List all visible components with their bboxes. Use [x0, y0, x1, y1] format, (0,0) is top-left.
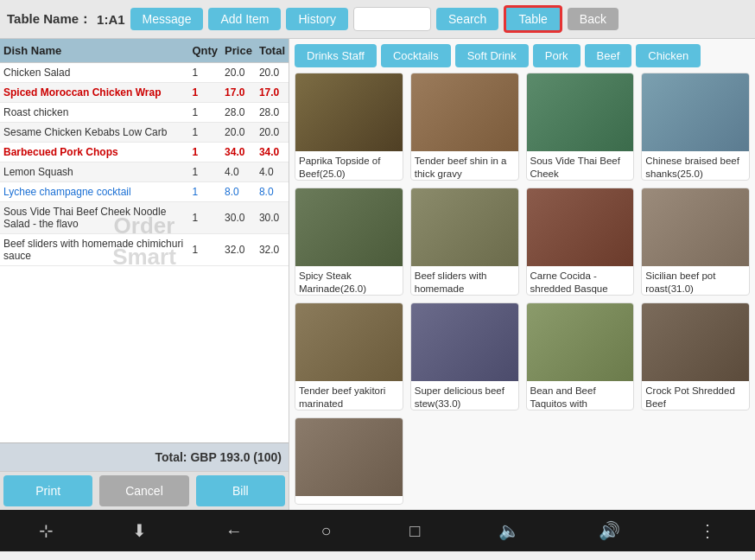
- food-image: [295, 73, 403, 151]
- nav-volume-up-icon[interactable]: 🔊: [599, 520, 620, 541]
- category-tab[interactable]: Drinks Staff: [295, 44, 377, 67]
- food-image: [295, 303, 403, 381]
- food-image: [295, 188, 403, 266]
- food-item[interactable]: Carne Cocida - shredded Basque: [526, 188, 635, 296]
- table-row[interactable]: Spiced Moroccan Chicken Wrap 1 17.0 17.0: [0, 83, 289, 103]
- cancel-button[interactable]: Cancel: [99, 475, 188, 506]
- dish-name-cell: Lemon Squash: [0, 162, 188, 182]
- qty-cell: 1: [188, 83, 221, 103]
- food-item[interactable]: Sous Vide Thai Beef Cheek: [526, 73, 635, 181]
- food-item[interactable]: Spicy Steak Marinade(26.0): [295, 188, 403, 296]
- price-cell: 8.0: [221, 182, 256, 202]
- food-image: [642, 73, 749, 151]
- col-qty: Qnty: [188, 39, 221, 63]
- food-label: Beef sliders with homemade: [411, 266, 518, 296]
- category-tab[interactable]: Chicken: [636, 44, 701, 67]
- nav-home-icon[interactable]: ○: [321, 521, 332, 541]
- food-item[interactable]: Paprika Topside of Beef(25.0): [295, 73, 403, 181]
- price-cell: 34.0: [221, 143, 256, 162]
- qty-cell: 1: [188, 143, 221, 162]
- category-tab[interactable]: Pork: [533, 44, 581, 67]
- food-image: [642, 303, 749, 381]
- food-label: Spicy Steak Marinade(26.0): [295, 266, 403, 296]
- qty-cell: 1: [188, 103, 221, 123]
- android-nav: ⊹ ⬇ ← ○ □ 🔈 🔊 ⋮: [0, 510, 755, 551]
- category-tab[interactable]: Beef: [585, 44, 632, 67]
- food-image: [527, 188, 634, 266]
- food-item[interactable]: Tender beef yakitori marinated: [295, 302, 403, 410]
- food-image: [411, 188, 518, 266]
- food-item[interactable]: Beef sliders with homemade: [410, 188, 519, 296]
- total-cell: 17.0: [256, 83, 289, 103]
- table-row[interactable]: Sesame Chicken Kebabs Low Carb 1 20.0 20…: [0, 123, 289, 143]
- table-row[interactable]: Barbecued Pork Chops 1 34.0 34.0: [0, 143, 289, 162]
- food-label: Sous Vide Thai Beef Cheek: [527, 151, 634, 181]
- food-item[interactable]: Super delicious beef stew(33.0): [410, 302, 519, 410]
- total-cell: 20.0: [256, 123, 289, 143]
- dish-name-cell: Barbecued Pork Chops: [0, 143, 188, 162]
- qty-cell: 1: [188, 162, 221, 182]
- food-label: Super delicious beef stew(33.0): [411, 381, 518, 410]
- total-cell: 34.0: [256, 143, 289, 162]
- category-tab[interactable]: Cocktails: [381, 44, 451, 67]
- price-cell: 4.0: [221, 162, 256, 182]
- food-item[interactable]: Sicilian beef pot roast(31.0): [641, 188, 750, 296]
- total-cell: 30.0: [256, 202, 289, 234]
- message-button[interactable]: Message: [130, 8, 204, 30]
- price-cell: 17.0: [221, 83, 256, 103]
- food-image: [527, 73, 634, 151]
- col-dish-name: Dish Name: [0, 39, 188, 63]
- qty-cell: 1: [188, 182, 221, 202]
- search-input[interactable]: [353, 7, 431, 31]
- nav-recents-icon[interactable]: □: [409, 521, 420, 541]
- dish-name-cell: Sesame Chicken Kebabs Low Carb: [0, 123, 188, 143]
- nav-volume-down-icon[interactable]: 🔈: [498, 520, 520, 541]
- food-image: [527, 303, 634, 381]
- food-image: [295, 418, 403, 496]
- food-item[interactable]: Tender beef shin in a thick gravy: [410, 73, 519, 181]
- nav-more-icon[interactable]: ⋮: [699, 520, 716, 541]
- food-grid: Paprika Topside of Beef(25.0) Tender bee…: [295, 73, 750, 505]
- table-row[interactable]: Sous Vide Thai Beef Cheek Noodle Salad -…: [0, 202, 289, 234]
- price-cell: 28.0: [221, 103, 256, 123]
- total-cell: 8.0: [256, 182, 289, 202]
- price-cell: 20.0: [221, 123, 256, 143]
- table-row[interactable]: Roast chicken 1 28.0 28.0: [0, 103, 289, 123]
- search-button[interactable]: Search: [436, 8, 498, 30]
- history-button[interactable]: History: [286, 8, 348, 30]
- food-item[interactable]: Crock Pot Shredded Beef: [641, 302, 750, 410]
- table-name-value: 1:A1: [97, 12, 125, 27]
- category-tab[interactable]: Soft Drink: [455, 44, 529, 67]
- add-item-button[interactable]: Add Item: [208, 8, 281, 30]
- price-cell: 30.0: [221, 202, 256, 234]
- food-label: Tender beef yakitori marinated: [295, 381, 403, 410]
- dish-name-cell: Sous Vide Thai Beef Cheek Noodle Salad -…: [0, 202, 188, 234]
- category-tabs: Drinks StaffCocktailsSoft DrinkPorkBeefC…: [295, 44, 750, 67]
- food-label: Tender beef shin in a thick gravy: [411, 151, 518, 181]
- table-row[interactable]: Lychee champagne cocktail 1 8.0 8.0: [0, 182, 289, 202]
- food-item[interactable]: Bean and Beef Taquitos with: [526, 302, 635, 410]
- order-footer: Total: GBP 193.0 (100): [0, 442, 289, 471]
- food-image: [411, 73, 518, 151]
- footer-buttons: Print Cancel Bill: [0, 471, 289, 510]
- print-button[interactable]: Print: [3, 475, 92, 506]
- left-panel: Dish Name Qnty Price Total Chicken Salad…: [0, 39, 289, 510]
- table-row[interactable]: Lemon Squash 1 4.0 4.0: [0, 162, 289, 182]
- dish-name-cell: Beef sliders with homemade chimichuri sa…: [0, 234, 188, 266]
- back-button[interactable]: Back: [568, 8, 619, 30]
- bill-button[interactable]: Bill: [196, 475, 285, 506]
- header: Table Name： 1:A1 Message Add Item Histor…: [0, 0, 755, 39]
- table-button[interactable]: Table: [504, 5, 561, 33]
- food-item[interactable]: Chinese braised beef shanks(25.0): [641, 73, 750, 181]
- total-cell: 20.0: [256, 63, 289, 83]
- food-image: [642, 188, 749, 266]
- food-label: Bean and Beef Taquitos with: [527, 381, 634, 410]
- table-row[interactable]: Beef sliders with homemade chimichuri sa…: [0, 234, 289, 266]
- nav-screenshot-icon[interactable]: ⊹: [39, 520, 54, 541]
- table-row[interactable]: Chicken Salad 1 20.0 20.0: [0, 63, 289, 83]
- nav-back-icon[interactable]: ←: [225, 521, 243, 541]
- dish-name-cell: Chicken Salad: [0, 63, 188, 83]
- nav-download-icon[interactable]: ⬇: [132, 520, 147, 541]
- food-label: [295, 496, 403, 504]
- food-item[interactable]: [295, 417, 403, 505]
